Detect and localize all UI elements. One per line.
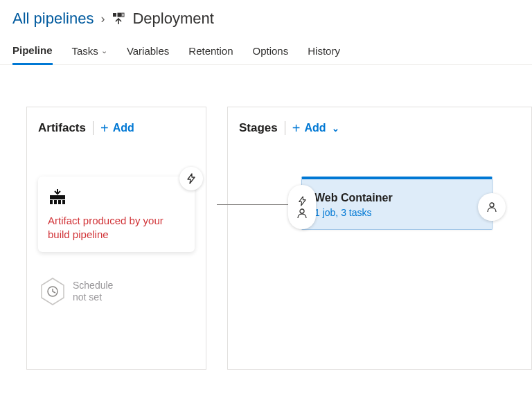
plus-icon: + [100, 121, 109, 135]
add-stage-button[interactable]: + Add ⌄ [292, 121, 339, 135]
artifacts-panel: Artifacts + Add [26, 107, 206, 370]
tab-options[interactable]: Options [253, 39, 289, 64]
divider [285, 121, 285, 135]
trigger-button[interactable] [179, 167, 203, 190]
pre-deployment-conditions-button[interactable] [288, 185, 316, 229]
connector-line [217, 204, 289, 205]
svg-point-11 [300, 209, 304, 213]
svg-rect-7 [58, 200, 61, 204]
add-artifact-button[interactable]: + Add [100, 121, 134, 135]
post-deployment-conditions-button[interactable] [478, 193, 506, 221]
tabs-bar: Pipeline Tasks ⌄ Variables Retention Opt… [0, 35, 532, 65]
svg-rect-5 [50, 200, 53, 204]
artifacts-title: Artifacts [38, 121, 86, 135]
svg-rect-0 [113, 13, 116, 17]
add-stage-label: Add [304, 122, 326, 134]
artifact-card[interactable]: Artifact produced by your build pipeline [38, 177, 195, 252]
stage-card[interactable]: Web Container 1 job, 3 tasks [301, 177, 493, 230]
stages-panel: Stages + Add ⌄ [227, 107, 532, 370]
schedule-row[interactable]: Schedule not set [38, 277, 195, 306]
build-artifact-icon [48, 188, 185, 208]
tab-tasks[interactable]: Tasks ⌄ [72, 39, 107, 64]
artifact-description: Artifact produced by your build pipeline [48, 214, 185, 242]
svg-point-12 [490, 203, 494, 207]
stage-name: Web Container [314, 192, 479, 204]
schedule-icon [39, 277, 66, 306]
page-title: Deployment [132, 10, 213, 28]
tab-pipeline[interactable]: Pipeline [12, 39, 53, 65]
stage-wrap: Web Container 1 job, 3 tasks [301, 177, 520, 230]
lightning-icon [297, 196, 308, 206]
tab-variables[interactable]: Variables [127, 39, 169, 64]
tab-tasks-label: Tasks [72, 45, 98, 57]
chevron-right-icon: › [100, 12, 105, 26]
deployment-icon [112, 12, 125, 26]
breadcrumb-root-link[interactable]: All pipelines [12, 10, 94, 28]
artifacts-header: Artifacts + Add [38, 121, 195, 135]
person-icon [296, 208, 308, 219]
svg-rect-8 [62, 200, 65, 204]
svg-rect-3 [122, 13, 124, 17]
stages-header: Stages + Add ⌄ [239, 121, 520, 135]
schedule-label: Schedule not set [73, 280, 113, 303]
chevron-down-icon: ⌄ [101, 46, 107, 55]
add-artifact-label: Add [113, 122, 134, 134]
stage-detail-link[interactable]: 1 job, 3 tasks [314, 207, 479, 218]
divider [93, 121, 94, 135]
tab-retention[interactable]: Retention [188, 39, 233, 64]
stages-title: Stages [239, 121, 278, 135]
svg-rect-4 [50, 195, 65, 199]
pipeline-canvas: Artifacts + Add [0, 65, 532, 370]
lightning-icon [186, 173, 197, 184]
svg-rect-1 [118, 13, 121, 17]
breadcrumb: All pipelines › Deployment [0, 0, 532, 35]
tab-history[interactable]: History [308, 39, 340, 64]
svg-rect-6 [54, 200, 57, 204]
person-icon [486, 201, 497, 213]
plus-icon: + [292, 121, 301, 135]
chevron-down-icon: ⌄ [332, 123, 339, 134]
